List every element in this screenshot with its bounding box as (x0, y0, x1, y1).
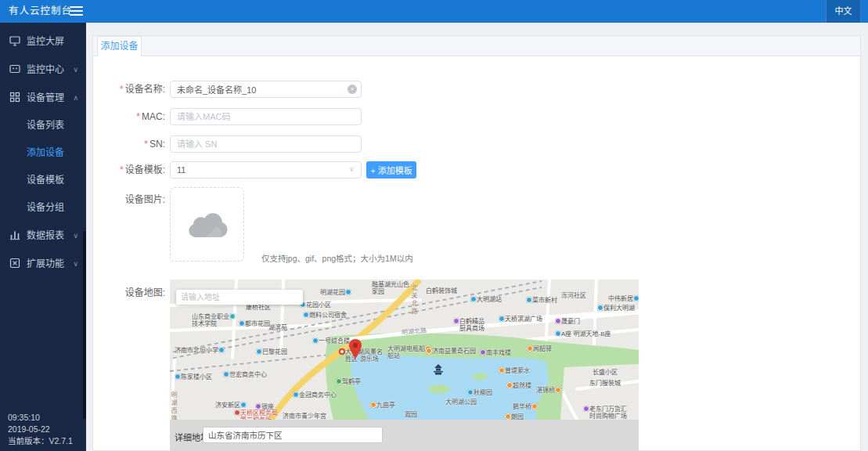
map-poi-icon (505, 413, 511, 420)
map-poi-label: 陈家楼小区 (175, 373, 212, 381)
map-poi-label: 巴黎花园 (256, 348, 287, 355)
mac-input[interactable] (170, 108, 362, 125)
add-device-card: 添加设备 *设备名称: × *MAC: *SN: *设备模板: ∨ + 添加模板… (92, 35, 861, 451)
map-poi-label: 都市花园 (239, 320, 270, 327)
map-poi-label: 闻韶驿 (527, 345, 552, 352)
chevron-down-icon: ∨ (349, 165, 355, 173)
map-poi-label: 大明湖公园 (445, 399, 477, 406)
chevron-down-icon: ∨ (73, 222, 78, 250)
map-pin-icon[interactable] (349, 339, 362, 362)
chevron-up-icon: ∧ (73, 84, 78, 112)
language-button[interactable]: 中文 (826, 0, 861, 23)
topbar: 有人云控制台 中文 (0, 0, 868, 23)
device-map-label: 设备地图: (93, 284, 165, 301)
map-poi-label: 白鹤精品厨具商场 (453, 318, 484, 332)
sidebar-item-device-management[interactable]: 设备管理 ∧ (0, 84, 86, 112)
map-poi-label: 一号综合楼 (312, 337, 350, 345)
big-screen-icon (9, 29, 20, 40)
sidebar-item-add-device[interactable]: 添加设备 (0, 139, 86, 167)
map-poi-icon (234, 410, 240, 416)
map-poi-label: 九曲亭 (370, 402, 395, 409)
map-poi-icon (597, 305, 603, 311)
map-poi-icon (583, 406, 589, 412)
map-poi-label: 济南市青少年宫 (283, 413, 326, 420)
sidebar-item-device-group[interactable]: 设备分组 (0, 194, 86, 222)
map-poi-icon (339, 348, 345, 355)
map-poi-icon (499, 316, 505, 322)
sidebar: 监控大屏 监控中心 ∨ 设备管理 ∧ 设备列表 添加设备 设备模板 设备分组 数… (0, 23, 86, 451)
map-poi-label: 东门服装城 (589, 380, 621, 387)
image-upload-box[interactable] (170, 187, 244, 262)
app-title: 有人云控制台 (9, 0, 72, 23)
map-address-search-input[interactable] (176, 290, 303, 305)
map-poi-label: 驾鹤亭 (336, 378, 361, 385)
map-poi-label: 天桥滨湖广场 (499, 316, 542, 323)
tab-add-device[interactable]: 添加设备 (97, 36, 142, 56)
map-poi-icon (480, 349, 486, 355)
map-poi-label: 燃料公司宿舍 (303, 312, 347, 319)
add-template-button[interactable]: + 添加模板 (366, 161, 416, 179)
map-poi-label: 菜市新村 (526, 297, 557, 304)
sidebar-item-device-list[interactable]: 设备列表 (0, 112, 86, 139)
content-area: 添加设备 *设备名称: × *MAC: *SN: *设备模板: ∨ + 添加模板… (86, 23, 868, 451)
clear-icon[interactable]: × (348, 85, 357, 94)
map-poi-icon (293, 391, 299, 398)
map-poi-icon (345, 289, 351, 295)
detail-address-input[interactable] (203, 427, 383, 443)
map-poi-icon (370, 402, 376, 408)
grid-icon (9, 85, 20, 96)
template-select[interactable] (170, 161, 362, 179)
upload-hint: 仅支持jpg、gif、png格式；大小为1M以内 (261, 252, 413, 264)
device-image-label: 设备图片: (93, 191, 165, 208)
map-poi-icon (240, 402, 247, 408)
sidebar-item-monitor-screen[interactable]: 监控大屏 (0, 27, 86, 56)
map-poi-label: 南丰戏楼 (480, 349, 511, 356)
map-poi-label: 遐园 (405, 411, 417, 418)
pagoda-icon (433, 364, 444, 378)
template-label: *设备模板: (93, 161, 165, 179)
map-road-label: 明湖西路 (170, 391, 178, 420)
map-poi-label: 湛锦桥 (536, 387, 561, 394)
device-name-input[interactable] (170, 81, 362, 98)
map-poi-icon (255, 403, 261, 410)
map-poi-icon (531, 403, 538, 410)
map-poi-label: 世宏商务中心 (223, 371, 267, 378)
map-poi-icon (555, 330, 561, 337)
device-map[interactable]: 明湖花园融基湖光山色家园白鹤装饰城大明湖站康桥社区花园小区燃料公司宿舍山东商业职… (170, 280, 639, 420)
monitor-center-icon (9, 57, 20, 68)
sn-input[interactable] (170, 135, 362, 153)
map-poi-icon (499, 367, 505, 373)
version-label: 当前版本：V2.7.1 (8, 435, 73, 447)
sidebar-item-data-report[interactable]: 数据报表 ∨ (0, 222, 86, 250)
map-poi-label: 湖滨苑 (268, 324, 287, 331)
sidebar-footer: 09:35:10 2019-05-22 当前版本：V2.7.1 (8, 412, 73, 447)
map-poi-icon (256, 348, 262, 355)
sidebar-item-device-template[interactable]: 设备模板 (0, 167, 86, 194)
map-poi-label: 大明湖电瓶船船站 (387, 345, 431, 359)
chevron-down-icon: ∨ (73, 56, 78, 84)
map-poi-label: 天桥区税务局第二税务所 (234, 410, 278, 420)
sn-label: *SN: (93, 135, 165, 153)
map-poi-label: 超然楼 (506, 382, 531, 389)
sidebar-scrollbar[interactable] (83, 231, 86, 419)
cloud-icon (182, 205, 232, 241)
map-poi-icon (303, 312, 309, 318)
map-poi-label: 中伟新居 (608, 295, 639, 302)
map-poi-icon (506, 382, 513, 388)
map-poi-icon (229, 313, 236, 319)
map-poi-icon (527, 345, 533, 352)
map-poi-icon (218, 347, 225, 353)
map-poi-label: 朗园 (505, 413, 524, 420)
map-poi-icon (312, 337, 319, 344)
sidebar-item-extensions[interactable]: 扩展功能 ∨ (0, 250, 86, 278)
mac-label: *MAC: (93, 108, 165, 125)
map-poi-icon (175, 373, 181, 380)
map-poi-label: 曾堤萦水 (499, 367, 530, 374)
map-poi-icon (223, 371, 229, 377)
map-poi-label: 秋柳园 (467, 389, 492, 396)
map-poi-icon (526, 297, 532, 303)
sidebar-item-monitor-center[interactable]: 监控中心 ∨ (0, 56, 86, 84)
map-poi-label: 老东门万货汇时尚购物广场 (583, 406, 627, 420)
hamburger-icon[interactable] (70, 6, 83, 16)
map-poi-icon (555, 318, 561, 324)
